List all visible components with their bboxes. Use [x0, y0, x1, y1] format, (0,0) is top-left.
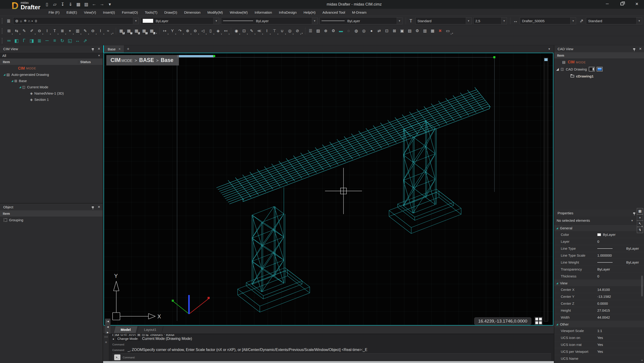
section-view[interactable]: ◢ View	[554, 280, 644, 286]
toolbar-icon[interactable]: T▾	[51, 27, 58, 35]
property-row[interactable]: Layer 0	[554, 238, 644, 245]
toolbar-icon[interactable]: ⊘▾	[294, 27, 301, 35]
modify-tool-icon[interactable]: ↻	[58, 37, 66, 44]
tree-item-cim-mode[interactable]: CIM MODE	[0, 65, 103, 72]
toolbar-icon[interactable]: ✎▾	[248, 27, 256, 35]
toolbar-icon[interactable]: ⊠▾	[391, 27, 398, 35]
tree-item[interactable]: ◈ NamedView-1 (3D)	[0, 90, 103, 96]
property-row[interactable]: Line Type ByLayer	[554, 245, 644, 252]
linetype-select[interactable]: ByLayer ▼	[221, 17, 318, 24]
modify-tool-icon[interactable]: ◧	[13, 37, 20, 44]
layout-tab[interactable]: Layout1	[137, 326, 164, 333]
viewport-layout-button[interactable]	[534, 317, 543, 325]
quick-access-icon[interactable]: ←	[90, 1, 98, 8]
toolbar-icon[interactable]: ↤▾	[222, 27, 230, 35]
pin-icon[interactable]	[633, 48, 635, 50]
text-style-icon[interactable]: T	[407, 17, 414, 24]
tab-nav-button[interactable]: |◀	[105, 318, 110, 324]
table-tool-icon[interactable]: ▦C	[140, 27, 148, 35]
selection-tool-button[interactable]: ▦	[637, 208, 643, 214]
tree-item[interactable]: ◈ Section 1	[0, 96, 103, 103]
toolbar-icon[interactable]: Y▾	[168, 27, 176, 35]
chevron-down-icon[interactable]: ▾	[302, 32, 303, 34]
quick-access-icon[interactable]: ▱	[51, 1, 58, 8]
drawing-canvas[interactable]: YX CIMMODE > BASE > Base 16.4239,-13.174…	[104, 53, 554, 326]
close-icon[interactable]: ✕	[98, 47, 100, 51]
command-panel-grip[interactable]: ≡	[103, 334, 109, 361]
chevron-down-icon[interactable]: ▼	[133, 18, 138, 24]
toolbar-icon[interactable]: ⚙▾	[414, 27, 421, 35]
toolbar-icon[interactable]: ◎▾	[360, 27, 368, 35]
toolbar-icon[interactable]: ▤▾	[406, 27, 414, 35]
quick-access-icon[interactable]: →	[98, 1, 106, 8]
section-other[interactable]: ◢ Other	[554, 321, 644, 328]
layer-select[interactable]: ◍☼❄∩▪ 0 ▼	[13, 17, 139, 24]
toolbar-icon[interactable]: ▭▾	[444, 27, 452, 35]
menu-item[interactable]: Help(H)	[300, 10, 319, 14]
close-button[interactable]: ✕	[633, 0, 641, 8]
command-input-row[interactable]: >_ Command:	[112, 353, 551, 361]
toolbar-icon[interactable]: ∪▾	[278, 27, 286, 35]
object-item-grouping[interactable]: Grouping	[0, 217, 103, 223]
property-row[interactable]: UCS icon on Yes	[554, 334, 644, 341]
chevron-down-icon[interactable]: ▾	[156, 32, 157, 34]
modify-tool-icon[interactable]: ≣	[36, 37, 43, 44]
properties-scrollbar[interactable]: ▲ ⋮ ▼	[640, 225, 644, 362]
toolbar-icon[interactable]: ↷▾	[176, 27, 184, 35]
property-row[interactable]: Center Y -13.1582	[554, 293, 644, 300]
property-row[interactable]: Color ByLayer	[554, 231, 644, 238]
property-row[interactable]: Width 44.0042	[554, 314, 644, 321]
new-tab-button[interactable]: +	[124, 46, 132, 52]
chevron-down-icon[interactable]: ▾	[452, 32, 453, 34]
toolbar-icon[interactable]: ≈▾	[104, 27, 112, 35]
menu-item[interactable]: Draw(D)	[161, 10, 181, 14]
menu-item[interactable]: InfraDesign	[276, 10, 300, 14]
dimension-style-icon[interactable]: ↔	[512, 17, 519, 24]
toolbar-icon[interactable]: ⚙▾	[330, 27, 337, 35]
toolbar-icon[interactable]: ≣▾	[58, 27, 66, 35]
restore-button[interactable]	[618, 0, 626, 8]
close-icon[interactable]: ✕	[98, 205, 100, 209]
toolbar-icon[interactable]: ▯▾	[207, 27, 214, 35]
property-row[interactable]: UCS Name	[554, 355, 644, 362]
quick-access-icon[interactable]: ▦	[75, 1, 82, 8]
minimize-button[interactable]: ─	[603, 0, 611, 8]
toolbar-icon[interactable]: ⊕▾	[322, 27, 330, 35]
canvas-vertical-scrollbar[interactable]	[544, 58, 548, 322]
leader-style-icon[interactable]: ⇗	[578, 17, 585, 24]
table-tool-icon[interactable]: ▦L	[148, 27, 156, 35]
quick-access-icon[interactable]: ▾	[106, 1, 113, 8]
toolbar-icon[interactable]: ⊖▾	[192, 27, 199, 35]
menu-item[interactable]: Edit(E)	[63, 10, 81, 14]
section-general[interactable]: ◢ General	[554, 225, 644, 231]
property-row[interactable]: Line Type Scale 1.000000	[554, 252, 644, 259]
command-prompt-icon[interactable]: >_	[114, 354, 120, 360]
property-row[interactable]: Line Weight ByLayer	[554, 259, 644, 266]
toolbar-icon[interactable]: ✎▾	[81, 27, 89, 35]
toolbar-icon[interactable]: ▬▾	[337, 27, 345, 35]
toolbar-icon[interactable]: ◎▾	[286, 27, 294, 35]
chevron-down-icon[interactable]: ▾	[112, 32, 114, 34]
quick-access-icon[interactable]: ▥	[83, 1, 90, 8]
property-row[interactable]: Transparency ByLayer	[554, 266, 644, 273]
toolbar-icon[interactable]: ▣▾	[398, 27, 406, 35]
chevron-down-icon[interactable]: ▼	[570, 18, 576, 24]
property-row[interactable]: UCS icon rrat Yes	[554, 341, 644, 348]
tree-item[interactable]: ◢ ⊞ Base	[0, 78, 103, 84]
expand-arrow-icon[interactable]: ◢	[556, 67, 559, 71]
modify-tool-icon[interactable]: ◨	[28, 37, 36, 44]
toolbar-icon[interactable]: I▾	[96, 27, 104, 35]
close-icon[interactable]: ✕	[639, 47, 642, 51]
quick-access-icon[interactable]: ⇓	[67, 1, 74, 8]
modify-tool-icon[interactable]: ─	[43, 37, 51, 44]
lineweight-select[interactable]: ByLayer ▼	[320, 17, 402, 24]
menu-item[interactable]: Format(O)	[118, 10, 141, 14]
chevron-down-icon[interactable]: ▼	[501, 18, 507, 24]
pin-icon[interactable]	[633, 212, 635, 214]
modify-tool-icon[interactable]: Γ	[20, 37, 28, 44]
property-row[interactable]: Visual Style 2D Wireframer	[554, 362, 644, 363]
toolbar-icon[interactable]: ⊡▾	[240, 27, 248, 35]
menu-item[interactable]: Dimension	[180, 10, 204, 14]
toolbar-icon[interactable]: ⊕▾	[184, 27, 192, 35]
expand-arrow-icon[interactable]: ◢	[10, 79, 14, 82]
